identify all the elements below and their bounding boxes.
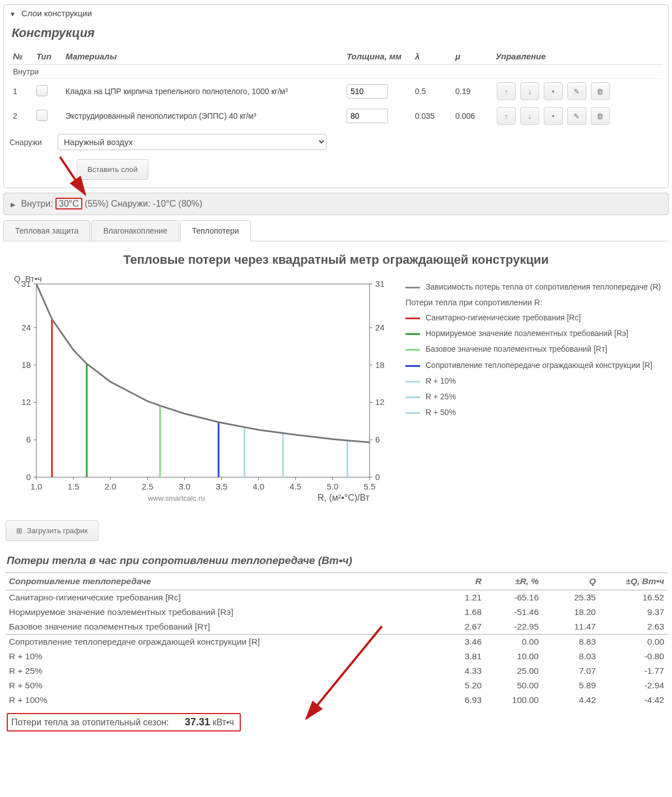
hcol-dr: ±R, % [485, 573, 542, 590]
panel-title: Слои конструкции [21, 8, 92, 18]
svg-text:31: 31 [375, 279, 385, 288]
svg-text:5.5: 5.5 [364, 482, 376, 491]
add-button[interactable]: • [544, 107, 563, 125]
svg-text:R, (м²•°C)/Вт: R, (м²•°C)/Вт [318, 493, 370, 502]
move-up-button[interactable]: ↑ [497, 107, 516, 125]
legend-subhead: Потери тепла при сопротивлении R: [405, 297, 661, 308]
hrow-dq: 16.52 [599, 590, 668, 605]
hrow-r: 1.68 [428, 605, 485, 619]
htable-row: Сопротивление теплопередаче ограждающей … [6, 635, 668, 650]
edit-button[interactable]: ✎ [567, 82, 586, 100]
move-down-button[interactable]: ↓ [520, 82, 539, 100]
thickness-input[interactable] [347, 109, 388, 123]
hrow-name: R + 25% [6, 664, 428, 678]
section-title: Конструкция [4, 21, 668, 48]
move-down-button[interactable]: ↓ [520, 107, 539, 125]
svg-text:12: 12 [21, 397, 31, 407]
legend-item-label: R + 50% [426, 407, 456, 417]
layer-material: Экструдированный пенополистирол (ЭППС) 4… [62, 104, 343, 128]
add-button[interactable]: • [544, 82, 563, 100]
htable-row: R + 100% 6.93 100.00 4.42 -4.42 [6, 693, 668, 707]
legend-item-label: R + 25% [426, 391, 456, 402]
svg-text:1.0: 1.0 [31, 482, 43, 491]
inside-label: Внутри [10, 65, 662, 79]
hrow-r: 3.46 [428, 635, 485, 650]
cond-temp-in: 30°C [55, 198, 82, 209]
layer-no: 2 [10, 104, 33, 128]
hrow-name: R + 100% [6, 693, 428, 707]
season-unit: кВт•ч [212, 717, 234, 727]
hrow-dr: 25.00 [485, 664, 542, 678]
svg-text:24: 24 [21, 323, 31, 332]
svg-text:0: 0 [26, 472, 31, 482]
season-label: Потери тепла за отопительный сезон: [11, 717, 169, 727]
hrow-q: 7.07 [542, 664, 599, 678]
conditions-bar[interactable]: ▶ Внутри: 30°C (55%) Снаружи: -10°C (80%… [3, 193, 669, 215]
layer-lambda: 0.5 [412, 79, 452, 104]
hcol-q: Q [542, 573, 599, 590]
cond-tri-icon: ▶ [11, 201, 15, 208]
hrow-dq: 2.63 [599, 619, 668, 635]
delete-button[interactable]: 🗑 [591, 107, 610, 125]
svg-text:18: 18 [375, 360, 385, 370]
tab-2[interactable]: Теплопотери [180, 220, 251, 241]
svg-text:31: 31 [21, 279, 31, 288]
hrow-r: 3.81 [428, 649, 485, 664]
edit-button[interactable]: ✎ [567, 107, 586, 125]
legend-item-label: Санитарно-гигиенические требования [Rс] [426, 313, 581, 323]
download-chart-button[interactable]: ⊞ Загрузить график [6, 520, 99, 541]
htable-row: Нормируемое значение поэлементных требов… [6, 605, 668, 619]
layer-type-checkbox[interactable] [36, 110, 48, 121]
move-up-button[interactable]: ↑ [497, 82, 516, 100]
panel-header[interactable]: ▼ Слои конструкции [4, 5, 668, 21]
hrow-r: 1.21 [428, 590, 485, 605]
hrow-dr: 0.00 [485, 635, 542, 650]
hrow-dq: -0.80 [599, 649, 668, 664]
thickness-input[interactable] [347, 84, 388, 99]
tabs: Тепловая защитаВлагонакоплениеТеплопотер… [3, 220, 669, 241]
heat-loss-chart: Q, Вт•ч006612121818242431311.01.52.02.53… [6, 273, 398, 508]
season-row: Потери тепла за отопительный сезон: 37.3… [7, 713, 666, 731]
cond-hum-in: (55%) [85, 199, 111, 208]
hrow-q: 4.42 [542, 693, 599, 707]
tab-0[interactable]: Тепловая защита [3, 220, 90, 241]
hcol-dq: ±Q, Вт•ч [599, 573, 668, 590]
download-icon: ⊞ [16, 526, 22, 535]
htable-row: Базовое значение поэлементных требований… [6, 619, 668, 635]
hrow-r: 6.93 [428, 693, 485, 707]
svg-text:6: 6 [375, 435, 380, 444]
outside-select[interactable]: Наружный воздух [58, 134, 326, 150]
legend-main: Зависимость потерь тепла от сопротивлени… [426, 282, 661, 292]
hrow-q: 8.03 [542, 649, 599, 664]
layer-mu: 0.006 [452, 104, 492, 128]
hrow-q: 8.83 [542, 635, 599, 650]
hrow-q: 18.20 [542, 605, 599, 619]
hrow-name: R + 10% [6, 649, 428, 664]
svg-text:1.5: 1.5 [68, 482, 80, 491]
hrow-dr: -22.95 [485, 619, 542, 635]
col-thickness: Толщина, мм [343, 48, 412, 65]
collapse-triangle-icon: ▼ [10, 11, 16, 17]
hrow-name: Базовое значение поэлементных требований… [6, 619, 428, 635]
subsection-title: Потери тепла в час при сопротивлении теп… [0, 551, 672, 572]
hrow-q: 11.47 [542, 619, 599, 635]
insert-layer-button[interactable]: Вставить слой [77, 159, 148, 180]
layer-mu: 0.19 [452, 79, 492, 104]
svg-text:0: 0 [375, 472, 380, 482]
svg-text:6: 6 [26, 435, 31, 444]
outside-label: Снаружи [10, 138, 50, 147]
hrow-dr: 50.00 [485, 678, 542, 693]
hrow-dq: -2.94 [599, 678, 668, 693]
hrow-dr: -65.16 [485, 590, 542, 605]
delete-button[interactable]: 🗑 [591, 82, 610, 100]
hrow-name: Санитарно-гигиенические требования [Rс] [6, 590, 428, 605]
chart-legend: Зависимость потерь тепла от сопротивлени… [398, 273, 661, 423]
svg-text:24: 24 [375, 323, 385, 332]
legend-item-label: R + 10% [426, 376, 456, 386]
hrow-r: 5.20 [428, 678, 485, 693]
cond-out: Снаружи: -10°C (80%) [111, 199, 202, 208]
layer-type-checkbox[interactable] [36, 85, 48, 96]
heatloss-table: Сопротивление теплопередаче R ±R, % Q ±Q… [6, 572, 668, 707]
tab-1[interactable]: Влагонакопление [91, 220, 179, 241]
hrow-dr: -51.46 [485, 605, 542, 619]
